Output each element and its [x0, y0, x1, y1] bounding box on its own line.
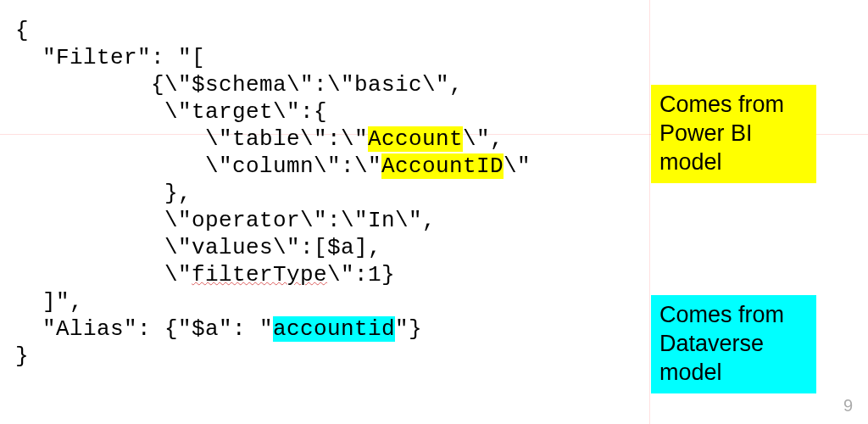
code-line: \"values\":[$a], [15, 235, 381, 260]
spellcheck-wavy: filterType [192, 262, 327, 287]
guide-vertical [649, 0, 650, 424]
code-line: }, [15, 181, 192, 206]
code-line: \"operator\":\"In\", [15, 208, 436, 233]
highlight-column-value: AccountID [381, 153, 504, 179]
code-line-part: \":1} [327, 262, 395, 287]
annotation-dataverse: Comes from Dataverse model [651, 295, 816, 393]
code-line-part: \"column\":\" [15, 153, 381, 179]
code-line-part: \"table\":\" [15, 126, 368, 152]
code-line: {\"$schema\":\"basic\", [15, 72, 463, 98]
code-line: "Filter": "[ [15, 45, 205, 70]
code-block: { "Filter": "[ {\"$schema\":\"basic\", \… [15, 17, 531, 370]
code-line-part: \", [463, 126, 504, 152]
code-line-part: \" [15, 262, 192, 287]
code-line: \"target\":{ [15, 99, 327, 125]
highlight-alias-value: accountid [273, 316, 395, 342]
page-number: 9 [843, 396, 853, 416]
code-line: } [15, 343, 29, 369]
highlight-table-value: Account [368, 126, 463, 152]
annotation-powerbi: Comes from Power BI model [651, 85, 816, 183]
code-line-part: "} [395, 316, 422, 342]
code-line: { [15, 18, 29, 43]
code-line-part: "Alias": {"$a": " [15, 316, 273, 342]
code-line-part: \" [504, 153, 531, 179]
code-line: ]", [15, 289, 83, 315]
